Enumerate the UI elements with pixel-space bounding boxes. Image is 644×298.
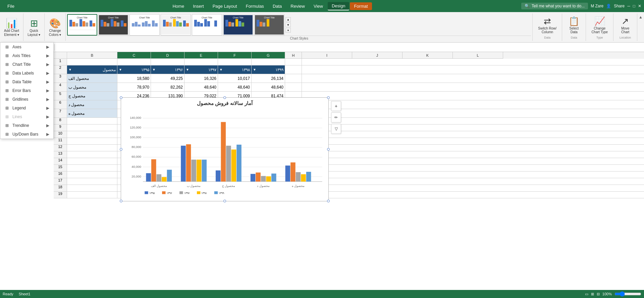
- b2-dropdown[interactable]: ▼: [68, 68, 72, 71]
- row-num-6[interactable]: 6: [54, 100, 67, 109]
- chart-container[interactable]: آمار سالانه فروش محصول 140,000 120,000 1…: [121, 97, 329, 201]
- cell-h2[interactable]: [285, 65, 302, 74]
- share-label[interactable]: Share: [614, 4, 625, 8]
- cell-g4[interactable]: 48,640: [252, 83, 285, 92]
- cell-d2[interactable]: ۱۳۹۶ ▼: [151, 65, 184, 74]
- cell-f1[interactable]: [218, 59, 252, 65]
- handle-tr[interactable]: [327, 96, 330, 99]
- row-num-2[interactable]: 2: [54, 65, 67, 74]
- page-break-btn[interactable]: ⊟: [597, 292, 600, 296]
- menu-item-data-labels[interactable]: ⊞ Data Labels ▶: [0, 69, 53, 78]
- tab-data[interactable]: Data: [269, 2, 286, 10]
- row-num-15[interactable]: 15: [54, 165, 67, 171]
- chart-style-5[interactable]: Chart Title: [192, 14, 222, 36]
- select-data-btn[interactable]: 📋 SelectData: [566, 15, 582, 35]
- row-num-11[interactable]: 11: [54, 138, 67, 145]
- cell-d1[interactable]: [151, 59, 184, 65]
- col-d-header[interactable]: D: [151, 52, 184, 59]
- col-l-header[interactable]: L: [453, 52, 503, 59]
- row-num-13[interactable]: 13: [54, 151, 67, 158]
- row-num-14[interactable]: 14: [54, 158, 67, 165]
- tab-file[interactable]: File: [3, 2, 19, 10]
- minimize-btn[interactable]: ─: [627, 4, 630, 8]
- change-colors-btn[interactable]: 🎨 ChangeColors ▾: [47, 16, 63, 38]
- row-num-4[interactable]: 4: [54, 83, 67, 92]
- f2-dropdown[interactable]: ▼: [219, 68, 223, 71]
- cell-rest6[interactable]: [302, 100, 644, 109]
- col-f-header[interactable]: F: [218, 52, 252, 59]
- g2-dropdown[interactable]: ▼: [253, 68, 256, 71]
- menu-item-legend[interactable]: ⊞ Legend ▶: [0, 104, 53, 112]
- cell-rest4[interactable]: [302, 83, 644, 92]
- col-h-header[interactable]: H: [285, 52, 302, 59]
- ribbon-collapse-btn[interactable]: ▲: [637, 13, 644, 41]
- col-i-header[interactable]: I: [302, 52, 352, 59]
- cell-g1[interactable]: [252, 59, 285, 65]
- cell-h1[interactable]: [285, 59, 302, 65]
- col-k-header[interactable]: K: [402, 52, 453, 59]
- col-j-header[interactable]: J: [352, 52, 402, 59]
- row-num-3[interactable]: 3: [54, 74, 67, 83]
- d2-dropdown[interactable]: ▼: [152, 68, 156, 71]
- cell-g2[interactable]: ۱۳۹۹ ▼: [252, 65, 285, 74]
- search-bar[interactable]: 🔍 Tell me what you want to do...: [521, 3, 588, 9]
- cell-g3[interactable]: 26,134: [252, 74, 285, 83]
- tab-review[interactable]: Review: [286, 2, 309, 10]
- row-num-18[interactable]: 18: [54, 185, 67, 192]
- menu-item-axis-titles[interactable]: ⊞ Axis Titles ▶: [0, 51, 53, 60]
- cell-rest7[interactable]: [302, 109, 644, 118]
- handle-tm[interactable]: [223, 96, 226, 99]
- row-num-12[interactable]: 12: [54, 145, 67, 151]
- menu-item-chart-title[interactable]: ⊞ Chart Title ▶: [0, 60, 53, 69]
- cell-e4[interactable]: 48,640: [184, 83, 218, 92]
- handle-ml[interactable]: [120, 148, 122, 151]
- formula-input[interactable]: [56, 44, 643, 51]
- cell-b6[interactable]: محصول د: [67, 100, 117, 109]
- cell-b2[interactable]: محصول ▼: [67, 65, 117, 74]
- cell-d3[interactable]: 49,225: [151, 74, 184, 83]
- menu-item-data-table[interactable]: ⊞ Data Table ▶: [0, 78, 53, 86]
- col-b-header[interactable]: B: [67, 52, 117, 59]
- cell-e3[interactable]: 16,326: [184, 74, 218, 83]
- cell-b4[interactable]: محصول ب: [67, 83, 117, 92]
- chart-style-btn[interactable]: ✏: [331, 112, 341, 122]
- add-chart-element-btn[interactable]: 📊 Add ChartElement ▾: [2, 16, 21, 38]
- col-c-header[interactable]: C: [117, 52, 151, 59]
- scroll-expand-btn[interactable]: ▾: [285, 28, 291, 33]
- cell-rest1[interactable]: [302, 59, 644, 65]
- menu-item-error-bars[interactable]: ⊞ Error Bars ▶: [0, 86, 53, 95]
- scroll-down-btn[interactable]: ▼: [285, 22, 291, 27]
- maximize-btn[interactable]: □: [633, 4, 635, 8]
- cell-c4[interactable]: 78,970: [117, 83, 151, 92]
- col-g-header[interactable]: G: [252, 52, 285, 59]
- handle-tl[interactable]: [120, 96, 122, 99]
- menu-item-trendline[interactable]: ⊞ Trendline ▶: [0, 121, 53, 130]
- tab-format[interactable]: Format: [350, 2, 372, 10]
- cell-rest5[interactable]: [302, 92, 644, 100]
- close-btn[interactable]: ✕: [638, 4, 641, 8]
- chart-style-2[interactable]: Chart Title: [98, 14, 128, 36]
- chart-style-3[interactable]: Chart Title: [129, 14, 160, 36]
- tab-insert[interactable]: Insert: [189, 2, 208, 10]
- handle-bm[interactable]: [223, 200, 226, 202]
- row-num-10[interactable]: 10: [54, 131, 67, 138]
- menu-item-updown-bars[interactable]: ⊞ Up/Down Bars ▶: [0, 130, 53, 139]
- cell-c2[interactable]: ۱۳۹۵ ▼: [117, 65, 151, 74]
- col-e-header[interactable]: E: [184, 52, 218, 59]
- handle-br[interactable]: [327, 200, 330, 202]
- page-layout-btn[interactable]: ⊞: [591, 292, 594, 296]
- cell-b5[interactable]: محصول ج: [67, 92, 117, 100]
- c2-dropdown[interactable]: ▼: [119, 68, 122, 71]
- chart-filter-btn[interactable]: ▽: [331, 124, 341, 134]
- chart-add-btn[interactable]: +: [331, 101, 341, 111]
- tab-design[interactable]: Design: [328, 2, 349, 10]
- cell-f2[interactable]: ۱۳۹۸ ▼: [218, 65, 252, 74]
- scroll-up-btn[interactable]: ▲: [285, 17, 291, 22]
- cell-b3[interactable]: محصول الف: [67, 74, 117, 83]
- cell-b7[interactable]: محصول ه: [67, 109, 117, 118]
- menu-item-lines[interactable]: ⊞ Lines ▶: [0, 112, 53, 121]
- chart-title[interactable]: آمار سالانه فروش محصول: [124, 100, 326, 106]
- move-chart-btn[interactable]: ↗ MoveChart: [617, 15, 634, 35]
- row-num-19[interactable]: 19: [54, 192, 67, 198]
- row-num-1[interactable]: 1: [54, 59, 67, 65]
